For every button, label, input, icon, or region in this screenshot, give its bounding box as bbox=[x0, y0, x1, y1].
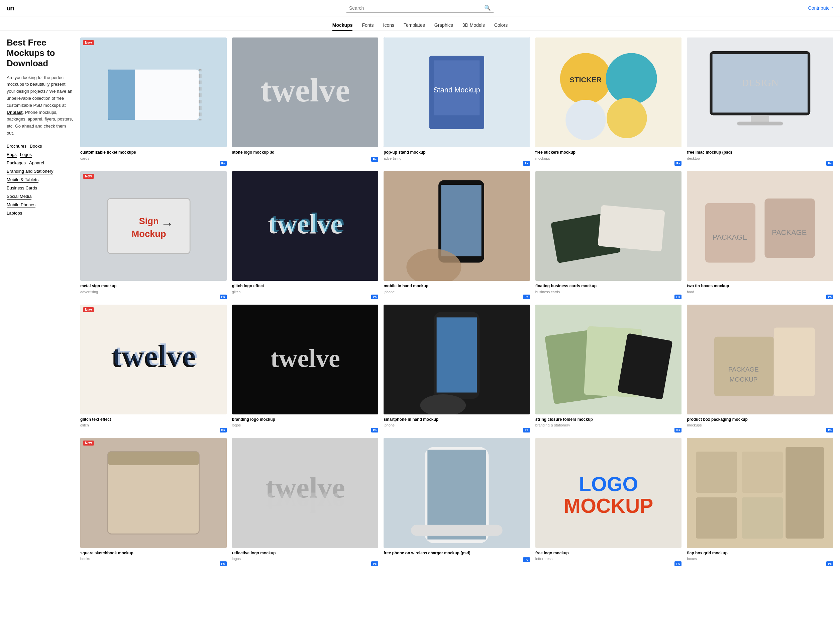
card-item[interactable]: string closure folders mockupbranding & … bbox=[535, 305, 682, 433]
mockup-grid: Newcustomizable ticket mockupscardsPstwe… bbox=[80, 38, 833, 566]
nav-item-mockups[interactable]: Mockups bbox=[332, 20, 353, 30]
sidebar-link-mobile-phones[interactable]: Mobile Phones bbox=[7, 202, 35, 208]
search-input[interactable] bbox=[349, 5, 484, 11]
card-item[interactable]: twelvestone logo mockup 3dPs bbox=[232, 38, 379, 166]
card-item[interactable]: SignMockup→Newmetal sign mockupadvertisi… bbox=[80, 171, 227, 299]
svg-text:MOCKUP: MOCKUP bbox=[729, 375, 758, 383]
card-title: pop-up stand mockup bbox=[384, 150, 530, 155]
sidebar-link-social-media[interactable]: Social Media bbox=[7, 194, 32, 200]
card-title: customizable ticket mockups bbox=[80, 150, 227, 155]
sidebar-link-brochures[interactable]: Brochures bbox=[7, 144, 27, 149]
card-image: twelve bbox=[232, 305, 379, 414]
card-subtitle: advertising bbox=[80, 290, 227, 294]
ps-badge: Ps bbox=[523, 558, 530, 562]
svg-rect-57 bbox=[774, 327, 815, 396]
nav-item-templates[interactable]: Templates bbox=[404, 20, 425, 30]
nav-item-colors[interactable]: Colors bbox=[494, 20, 508, 30]
card-item[interactable]: twelvetwelveNewglitch text effectglitchP… bbox=[80, 305, 227, 433]
main-layout: Best Free Mockups to Download Are you lo… bbox=[0, 31, 840, 573]
card-item[interactable]: Stand Mockuppop-up stand mockupadvertisi… bbox=[384, 38, 530, 166]
card-item[interactable]: twelvebranding logo mockuplogosPs bbox=[232, 305, 379, 433]
ps-badge: Ps bbox=[371, 295, 378, 299]
card-footer: string closure folders mockupbranding & … bbox=[535, 417, 682, 433]
card-item[interactable]: STICKERfree stickers mockupmockupsPs bbox=[535, 38, 682, 166]
svg-text:PACKAGE: PACKAGE bbox=[772, 228, 807, 237]
nav-item-fonts[interactable]: Fonts bbox=[362, 20, 374, 30]
card-item[interactable]: flap box grid mockupboxesPs bbox=[687, 438, 833, 566]
search-icon[interactable]: 🔍 bbox=[484, 5, 491, 11]
svg-rect-75 bbox=[742, 451, 783, 493]
card-image bbox=[687, 438, 833, 548]
card-item[interactable]: DESIGNfree imac mockup (psd)desktopPs bbox=[687, 38, 833, 166]
contribute-button[interactable]: Contribute ↑ bbox=[808, 5, 833, 11]
card-info: free logo mockupletterpressPs bbox=[535, 551, 682, 566]
ps-badge: Ps bbox=[674, 295, 682, 299]
card-item[interactable]: LOGOMOCKUPfree logo mockupletterpressPs bbox=[535, 438, 682, 566]
card-item[interactable]: mobile in hand mockupiphonePs bbox=[384, 171, 530, 299]
card-image: New bbox=[80, 38, 227, 147]
search-container: 🔍 bbox=[346, 3, 494, 13]
card-subtitle: mockups bbox=[687, 423, 833, 427]
sidebar-link-mobile---tablets[interactable]: Mobile & Tablets bbox=[7, 177, 38, 183]
svg-text:twelve: twelve bbox=[113, 337, 197, 372]
sidebar-link-branding-and-stationery[interactable]: Branding and Stationery bbox=[7, 169, 53, 174]
svg-text:LOGO: LOGO bbox=[579, 473, 638, 496]
card-footer: stone logo mockup 3dPs bbox=[232, 150, 379, 162]
svg-text:Sign: Sign bbox=[139, 215, 159, 226]
unblast-link[interactable]: Unblast bbox=[7, 110, 23, 115]
card-title: free stickers mockup bbox=[535, 150, 682, 155]
card-footer: free stickers mockupmockupsPs bbox=[535, 150, 682, 166]
sidebar-link-books[interactable]: Books bbox=[30, 144, 42, 149]
card-footer: pop-up stand mockupadvertisingPs bbox=[384, 150, 530, 166]
card-item[interactable]: free phone on wireless charger mockup (p… bbox=[384, 438, 530, 566]
new-badge: New bbox=[83, 307, 94, 312]
card-footer: free logo mockupletterpressPs bbox=[535, 551, 682, 566]
sidebar-link-row: BrochuresBooks bbox=[7, 144, 74, 149]
card-footer: branding logo mockuplogosPs bbox=[232, 417, 379, 433]
card-info: stone logo mockup 3dPs bbox=[232, 150, 379, 162]
ps-badge: Ps bbox=[220, 561, 227, 566]
card-item[interactable]: PACKAGEPACKAGEtwo tin boxes mockupfoodPs bbox=[687, 171, 833, 299]
main-nav: MockupsFontsIconsTemplatesGraphics3D Mod… bbox=[0, 16, 840, 31]
card-item[interactable]: Newcustomizable ticket mockupscardsPs bbox=[80, 38, 227, 166]
sidebar-links: BrochuresBooksBagsLogosPackagesApparelBr… bbox=[7, 144, 74, 219]
card-title: string closure folders mockup bbox=[535, 417, 682, 423]
card-title: stone logo mockup 3d bbox=[232, 150, 379, 155]
sidebar-link-business-cards[interactable]: Business Cards bbox=[7, 185, 37, 191]
card-footer: reflective logo mockuplogosPs bbox=[232, 551, 379, 566]
card-subtitle: letterpress bbox=[535, 557, 682, 561]
ps-badge: Ps bbox=[826, 561, 833, 566]
sidebar-link-apparel[interactable]: Apparel bbox=[29, 160, 44, 166]
card-item[interactable]: twelvetwelvereflective logo mockuplogosP… bbox=[232, 438, 379, 566]
ps-badge: Ps bbox=[371, 561, 378, 566]
card-subtitle: glitch bbox=[232, 290, 379, 294]
nav-item-graphics[interactable]: Graphics bbox=[434, 20, 453, 30]
card-item[interactable]: twelvetwelveglitch logo effectglitchPs bbox=[232, 171, 379, 299]
card-image: STICKER bbox=[535, 38, 682, 147]
nav-item-icons[interactable]: Icons bbox=[383, 20, 394, 30]
sidebar-link-packages[interactable]: Packages bbox=[7, 160, 26, 166]
svg-text:twelve: twelve bbox=[270, 207, 344, 238]
nav-item-3d-models[interactable]: 3D Models bbox=[463, 20, 485, 30]
card-image: New bbox=[80, 438, 227, 548]
sidebar-link-bags[interactable]: Bags bbox=[7, 152, 17, 158]
card-info: free phone on wireless charger mockup (p… bbox=[384, 551, 530, 562]
svg-text:Stand Mockup: Stand Mockup bbox=[433, 86, 480, 94]
card-info: product box packaging mockupmockupsPs bbox=[687, 417, 833, 433]
card-item[interactable]: Newsquare sketchbook mockupbooksPs bbox=[80, 438, 227, 566]
card-title: floating business cards mockup bbox=[535, 284, 682, 289]
card-footer: smartphone in hand mockupiphonePs bbox=[384, 417, 530, 433]
card-subtitle: glitch bbox=[80, 423, 227, 427]
card-item[interactable]: PACKAGEMOCKUPproduct box packaging mocku… bbox=[687, 305, 833, 433]
ps-badge: Ps bbox=[674, 428, 682, 432]
card-item[interactable]: smartphone in hand mockupiphonePs bbox=[384, 305, 530, 433]
card-title: metal sign mockup bbox=[80, 284, 227, 289]
logo[interactable]: un bbox=[7, 4, 13, 12]
sidebar-link-logos[interactable]: Logos bbox=[20, 152, 32, 158]
sidebar-link-laptops[interactable]: Laptops bbox=[7, 211, 22, 216]
card-image: PACKAGEPACKAGE bbox=[687, 171, 833, 281]
sidebar-link-row: Laptops bbox=[7, 211, 74, 216]
card-subtitle: boxes bbox=[687, 557, 833, 561]
card-item[interactable]: floating business cards mockupbusiness c… bbox=[535, 171, 682, 299]
card-subtitle: logos bbox=[232, 423, 379, 427]
